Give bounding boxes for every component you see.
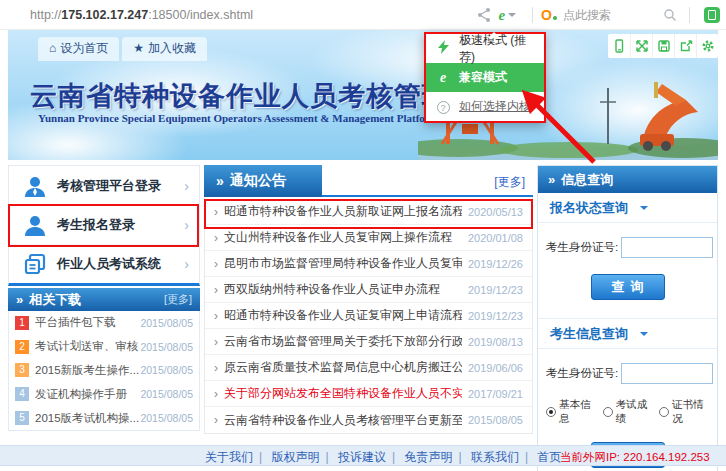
- notice-item[interactable]: ›云南省市场监督管理局关于委托下放部分行政许可...2019/08/13: [205, 329, 532, 355]
- sidebar-item-label: 考核管理平台登录: [57, 177, 184, 195]
- download-item[interactable]: 52015版考试机构操...2015/08/05: [9, 406, 199, 430]
- id-number-label: 考生身份证号:: [546, 240, 618, 255]
- radio-certificate-status[interactable]: [659, 407, 669, 417]
- footer-link-complaint[interactable]: 投诉建议: [338, 450, 386, 464]
- menu-item-kernel-help[interactable]: ? 如何选择内核: [426, 92, 544, 121]
- item-bullet-icon: ›: [214, 387, 218, 401]
- notices-more-link[interactable]: [更多]: [494, 174, 525, 191]
- footer-link-disclaimer[interactable]: 免责声明: [404, 450, 452, 464]
- manager-person-icon: [23, 174, 47, 198]
- site-subtitle: Yunnan Province Special Equipment Operat…: [38, 112, 439, 124]
- related-downloads-panel: 相关下载 [更多] 1平台插件包下载2015/08/05 2考试计划送审、审核 …: [8, 288, 200, 431]
- download-item[interactable]: 2考试计划送审、审核 ...2015/08/05: [9, 335, 199, 359]
- set-homepage-link[interactable]: ⌂设为首页: [38, 37, 119, 61]
- footer-links: 关于我们| 版权声明| 投诉建议| 免责声明| 联系我们| 首页: [205, 449, 561, 466]
- menu-caret: [488, 26, 500, 38]
- ie-icon: e: [435, 70, 451, 86]
- notice-item[interactable]: ›昆明市市场监督管理局特种设备作业人员复审流程...2019/12/26: [205, 251, 532, 277]
- footer-link-contact[interactable]: 联系我们: [471, 450, 519, 464]
- home-icon: ⌂: [49, 41, 56, 55]
- login-menu: 考核管理平台登录 › 考生报名登录 › 作业人员考试系统 ›: [8, 165, 200, 286]
- double-chevron-icon: [16, 292, 29, 307]
- radio-label[interactable]: 基本信息: [559, 398, 596, 426]
- fullscreen-icon[interactable]: [630, 34, 652, 58]
- notice-item[interactable]: ›文山州特种设备作业人员复审网上操作流程2020/01/08: [205, 225, 532, 251]
- search-icon[interactable]: [663, 8, 677, 22]
- notice-item[interactable]: ›昭通市特种设备作业人员证复审网上申请流程及相...2019/12/23: [205, 303, 532, 329]
- download-item[interactable]: 1平台插件包下载2015/08/05: [9, 311, 199, 335]
- chevron-right-icon: ›: [184, 178, 189, 194]
- menu-item-compat-mode[interactable]: e 兼容模式: [426, 63, 544, 92]
- browser-toolbar: http://175.102.17.247:18500/index.shtml …: [0, 0, 726, 30]
- rank-badge: 4: [15, 387, 29, 401]
- radio-exam-results[interactable]: [603, 407, 613, 417]
- item-bullet-icon: ›: [214, 231, 218, 245]
- chevron-down-icon: [640, 206, 648, 214]
- footer-link-about[interactable]: 关于我们: [205, 450, 253, 464]
- sidebar-item-candidate-register-login[interactable]: 考生报名登录 ›: [9, 205, 199, 244]
- kernel-dropdown-chevron-icon[interactable]: [508, 13, 516, 21]
- radio-basic-info[interactable]: [546, 407, 556, 417]
- candidate-id-input[interactable]: [621, 237, 713, 258]
- tab-candidate-info-query[interactable]: 考生信息查询: [538, 319, 717, 349]
- double-chevron-icon: [216, 173, 230, 189]
- add-favorite-link[interactable]: ★加入收藏: [122, 37, 207, 61]
- item-bullet-icon: ›: [214, 283, 218, 297]
- item-bullet-icon: ›: [214, 413, 218, 427]
- gear-icon[interactable]: [696, 34, 718, 58]
- double-chevron-icon: [548, 172, 561, 187]
- notice-item[interactable]: ›关于部分网站发布全国特种设备作业人员不实信息...2017/09/21: [205, 381, 532, 407]
- chevron-down-icon: [640, 332, 648, 340]
- question-icon: ?: [435, 100, 451, 114]
- item-bullet-icon: ›: [214, 361, 218, 375]
- footer-link-home[interactable]: 首页: [537, 450, 561, 464]
- notice-item[interactable]: ›昭通市特种设备作业人员新取证网上报名流程NEW2020/05/13: [205, 199, 532, 225]
- info-query-panel: 信息查询 报名状态查询 考生身份证号: 查询 考生信息查询 考生身份证号: 基本…: [537, 165, 718, 471]
- rank-badge: 3: [15, 363, 29, 377]
- search-engine-logo-icon[interactable]: O: [541, 7, 557, 23]
- compat-mode-ie-icon[interactable]: e: [498, 7, 505, 24]
- item-bullet-icon: ›: [214, 335, 218, 349]
- chevron-right-icon: ›: [184, 217, 189, 233]
- download-item[interactable]: 4发证机构操作手册2015/08/05: [9, 382, 199, 406]
- notice-panel: 通知公告 [更多] ›昭通市特种设备作业人员新取证网上报名流程NEW2020/0…: [204, 165, 533, 434]
- notice-item[interactable]: ›原云南省质量技术监督局信息中心机房搬迁公告2019/06/06: [205, 355, 532, 381]
- notice-item[interactable]: ›云南省特种设备作业人员考核管理平台更新至20...2015/08/05: [205, 407, 532, 433]
- page-widget-bar: [608, 34, 718, 58]
- radio-label[interactable]: 考试成绩: [616, 398, 653, 426]
- query-button[interactable]: 查询: [591, 274, 665, 300]
- notice-item[interactable]: ›西双版纳州特种设备作业人员证申办流程2019/12/23: [205, 277, 532, 303]
- address-bar[interactable]: http://175.102.17.247:18500/index.shtml: [30, 8, 253, 22]
- kernel-mode-menu: 极速模式 (推荐) e 兼容模式 ? 如何选择内核: [424, 32, 546, 123]
- item-bullet-icon: ›: [214, 205, 218, 219]
- candidate-person-icon: [23, 213, 47, 237]
- screen: http://175.102.17.247:18500/index.shtml …: [0, 0, 726, 471]
- download-item[interactable]: 32015新版考生操作...2015/08/05: [9, 359, 199, 383]
- external-ip-display: 当前外网IP: 220.164.192.253: [560, 450, 710, 465]
- divider: [532, 7, 533, 23]
- menu-item-speed-mode[interactable]: 极速模式 (推荐): [426, 34, 544, 63]
- mobile-icon[interactable]: [608, 34, 630, 58]
- downloads-more-link[interactable]: [更多]: [164, 292, 192, 307]
- tab-notices[interactable]: 通知公告: [204, 165, 322, 197]
- downloads-title: 相关下载: [29, 291, 81, 309]
- rank-badge: 5: [15, 411, 29, 425]
- sidebar-item-assessment-platform-login[interactable]: 考核管理平台登录 ›: [9, 166, 199, 205]
- chevron-right-icon: ›: [184, 256, 189, 272]
- browser-search-input[interactable]: 点此搜索: [563, 7, 659, 24]
- registration-status-form: 考生身份证号: 查询: [538, 223, 717, 319]
- rank-badge: 1: [15, 316, 29, 330]
- tab-registration-status-query[interactable]: 报名状态查询: [538, 193, 717, 223]
- candidate-id-input-2[interactable]: [621, 363, 713, 384]
- footer: 关于我们| 版权声明| 投诉建议| 免责声明| 联系我们| 首页 当前外网IP:…: [0, 445, 726, 466]
- browser-app-icon[interactable]: [704, 7, 720, 23]
- sidebar-item-label: 考生报名登录: [57, 216, 184, 234]
- footer-link-copyright[interactable]: 版权声明: [271, 450, 319, 464]
- radio-label[interactable]: 证书情况: [672, 398, 709, 426]
- save-icon[interactable]: [652, 34, 674, 58]
- sidebar-item-operator-exam-system[interactable]: 作业人员考试系统 ›: [9, 244, 199, 283]
- share-nodes-icon[interactable]: [476, 7, 492, 23]
- export-share-icon[interactable]: [674, 34, 696, 58]
- exam-system-icon: [23, 252, 47, 276]
- divider: [689, 7, 690, 23]
